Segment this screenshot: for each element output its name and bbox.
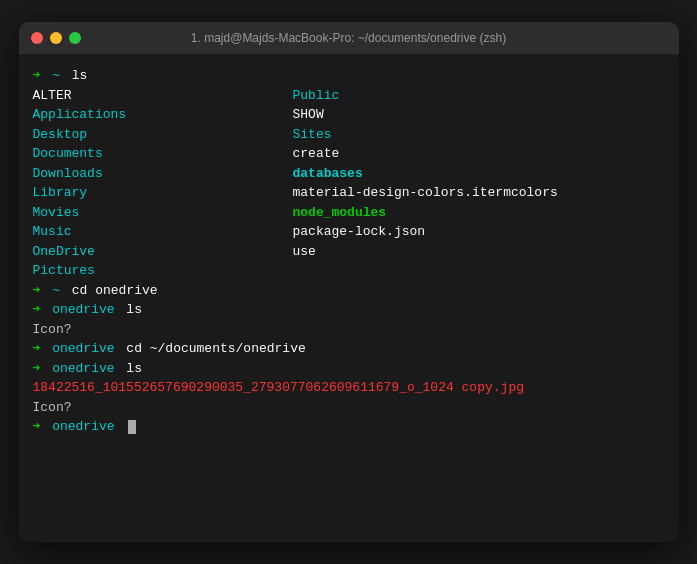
terminal-line: ➜ onedrive ls bbox=[33, 359, 665, 379]
prompt-cmd: ls bbox=[126, 302, 142, 317]
ls-item-left: Applications bbox=[33, 105, 293, 125]
ls-item-right: create bbox=[293, 144, 340, 164]
plain-red-text: 18422516_101552657690290035_279307706260… bbox=[33, 378, 665, 398]
terminal-line: Moviesnode_modules bbox=[33, 203, 665, 223]
terminal-line: Pictures bbox=[33, 261, 665, 281]
ls-item-left: Library bbox=[33, 183, 293, 203]
prompt-dir: onedrive bbox=[44, 419, 122, 434]
prompt-cmd: cd onedrive bbox=[72, 283, 158, 298]
terminal-line: ➜ onedrive ls bbox=[33, 300, 665, 320]
ls-item-right: material-design-colors.itermcolors bbox=[293, 183, 558, 203]
plain-text: Icon? bbox=[33, 398, 665, 418]
terminal-line: Documentscreate bbox=[33, 144, 665, 164]
ls-item: Pictures bbox=[33, 263, 95, 278]
ls-item-right: package-lock.json bbox=[293, 222, 426, 242]
ls-item-left: Downloads bbox=[33, 164, 293, 184]
ls-item-right: Sites bbox=[293, 125, 332, 145]
terminal-line: ➜ onedrive cd ~/documents/onedrive bbox=[33, 339, 665, 359]
ls-item-right: Public bbox=[293, 86, 340, 106]
ls-item-left: ALTER bbox=[33, 86, 293, 106]
prompt-arrow: ➜ bbox=[33, 68, 41, 83]
terminal-window: 1. majd@Majds-MacBook-Pro: ~/documents/o… bbox=[19, 22, 679, 542]
prompt-arrow: ➜ bbox=[33, 419, 41, 434]
ls-item-left: Desktop bbox=[33, 125, 293, 145]
prompt-dir: ~ bbox=[44, 283, 67, 298]
prompt-dir: ~ bbox=[44, 68, 67, 83]
prompt-dir: onedrive bbox=[44, 341, 122, 356]
prompt-cmd: ls bbox=[72, 68, 88, 83]
terminal-line: ➜ ~ ls bbox=[33, 66, 665, 86]
ls-item-left: Documents bbox=[33, 144, 293, 164]
close-button[interactable] bbox=[31, 32, 43, 44]
terminal-line: OneDriveuse bbox=[33, 242, 665, 262]
terminal-line: ALTERPublic bbox=[33, 86, 665, 106]
cursor bbox=[128, 420, 136, 434]
prompt-cmd: cd ~/documents/onedrive bbox=[126, 341, 305, 356]
ls-item-left: Music bbox=[33, 222, 293, 242]
minimize-button[interactable] bbox=[50, 32, 62, 44]
terminal-line: DesktopSites bbox=[33, 125, 665, 145]
terminal-body[interactable]: ➜ ~ lsALTERPublicApplicationsSHOWDesktop… bbox=[19, 54, 679, 542]
maximize-button[interactable] bbox=[69, 32, 81, 44]
prompt-arrow: ➜ bbox=[33, 302, 41, 317]
prompt-arrow: ➜ bbox=[33, 283, 41, 298]
terminal-line: Musicpackage-lock.json bbox=[33, 222, 665, 242]
prompt-arrow: ➜ bbox=[33, 361, 41, 376]
terminal-line: ➜ ~ cd onedrive bbox=[33, 281, 665, 301]
plain-text: Icon? bbox=[33, 320, 665, 340]
terminal-line: Downloadsdatabases bbox=[33, 164, 665, 184]
window-title: 1. majd@Majds-MacBook-Pro: ~/documents/o… bbox=[191, 31, 506, 45]
ls-item-right: node_modules bbox=[293, 203, 387, 223]
ls-item-left: Movies bbox=[33, 203, 293, 223]
ls-item-right: SHOW bbox=[293, 105, 324, 125]
terminal-line: Librarymaterial-design-colors.itermcolor… bbox=[33, 183, 665, 203]
prompt-arrow: ➜ bbox=[33, 341, 41, 356]
terminal-line: ApplicationsSHOW bbox=[33, 105, 665, 125]
traffic-lights bbox=[31, 32, 81, 44]
titlebar: 1. majd@Majds-MacBook-Pro: ~/documents/o… bbox=[19, 22, 679, 54]
terminal-line: ➜ onedrive bbox=[33, 417, 665, 437]
ls-item-right: use bbox=[293, 242, 316, 262]
prompt-dir: onedrive bbox=[44, 302, 122, 317]
prompt-cmd: ls bbox=[126, 361, 142, 376]
ls-item-right: databases bbox=[293, 164, 363, 184]
ls-item-left: OneDrive bbox=[33, 242, 293, 262]
prompt-dir: onedrive bbox=[44, 361, 122, 376]
